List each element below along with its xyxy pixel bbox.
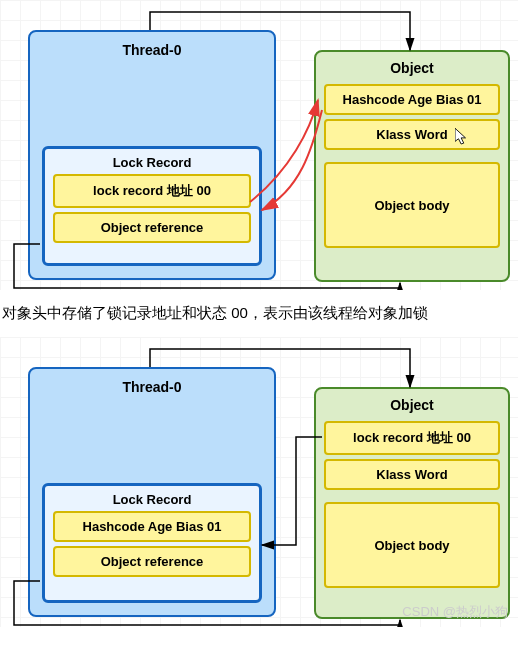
- object-box: Object lock record 地址 00 Klass Word Obje…: [314, 387, 510, 619]
- diagram-2: Thread-0 Lock Record Hashcode Age Bias 0…: [0, 337, 518, 627]
- lock-record-title: Lock Record: [53, 492, 251, 507]
- object-body: Object body: [324, 502, 500, 588]
- object-title: Object: [324, 397, 500, 413]
- lock-record-slot-1: Hashcode Age Bias 01: [53, 511, 251, 542]
- diagram-1: Thread-0 Lock Record lock record 地址 00 O…: [0, 0, 518, 290]
- object-row-1: lock record 地址 00: [324, 421, 500, 455]
- object-title: Object: [324, 60, 500, 76]
- watermark: CSDN @热烈小狗: [402, 603, 508, 621]
- lock-record-slot-2: Object reference: [53, 212, 251, 243]
- object-body: Object body: [324, 162, 500, 248]
- object-box: Object Hashcode Age Bias 01 Klass Word O…: [314, 50, 510, 282]
- thread-box: Thread-0 Lock Record lock record 地址 00 O…: [28, 30, 276, 280]
- lock-record-slot-1: lock record 地址 00: [53, 174, 251, 208]
- lock-record-title: Lock Record: [53, 155, 251, 170]
- lock-record-box: Lock Record Hashcode Age Bias 01 Object …: [42, 483, 262, 603]
- thread-title: Thread-0: [30, 379, 274, 395]
- thread-box: Thread-0 Lock Record Hashcode Age Bias 0…: [28, 367, 276, 617]
- caption-text: 对象头中存储了锁记录地址和状态 00，表示由该线程给对象加锁: [0, 290, 518, 337]
- lock-record-box: Lock Record lock record 地址 00 Object ref…: [42, 146, 262, 266]
- object-row-2: Klass Word: [324, 119, 500, 150]
- object-row-2: Klass Word: [324, 459, 500, 490]
- object-row-1: Hashcode Age Bias 01: [324, 84, 500, 115]
- thread-title: Thread-0: [30, 42, 274, 58]
- lock-record-slot-2: Object reference: [53, 546, 251, 577]
